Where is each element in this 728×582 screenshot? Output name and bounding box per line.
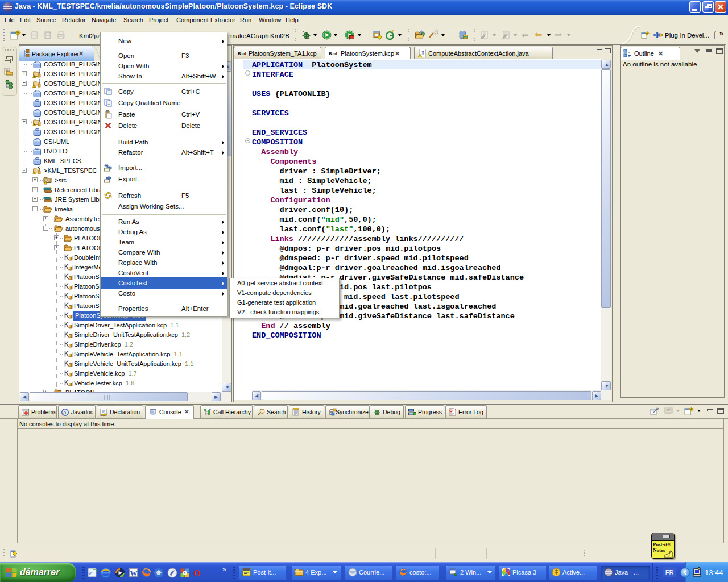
svg-text:e: e: [89, 569, 93, 577]
svg-text:O: O: [193, 568, 200, 578]
svg-text:W: W: [130, 569, 138, 577]
svg-text:a: a: [63, 410, 66, 415]
svg-text:J: J: [421, 49, 424, 56]
